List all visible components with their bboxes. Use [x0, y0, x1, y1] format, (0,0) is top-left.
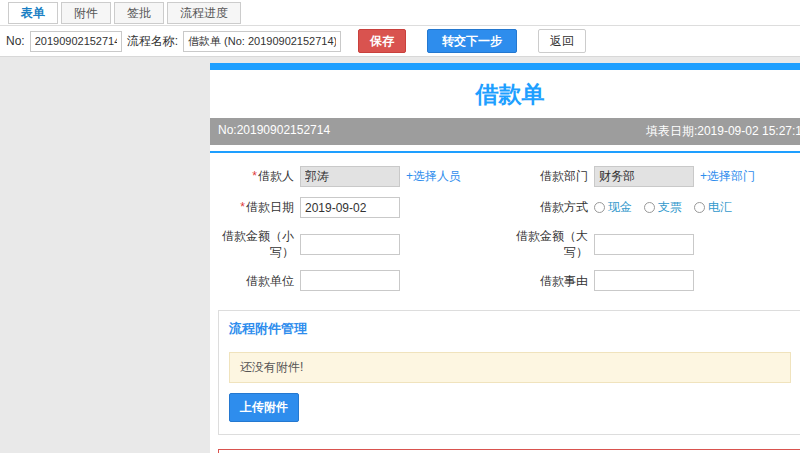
no-input[interactable]	[30, 31, 122, 52]
form-fields: *借款人 +选择人员 借款部门 +选择部门 *借款日期	[210, 153, 800, 306]
form-row: 借款金额（小写） 借款金额（大写）	[216, 223, 800, 265]
form-row: *借款人 +选择人员 借款部门 +选择部门	[216, 161, 800, 192]
meta-bar: No:20190902152714 填表日期:2019-09-02 15:27:…	[210, 118, 800, 145]
back-button[interactable]: 返回	[538, 29, 586, 53]
amount-small-input[interactable]	[300, 234, 400, 255]
select-dept-link[interactable]: +选择部门	[700, 168, 755, 185]
form-row: 借款单位 借款事由	[216, 265, 800, 296]
borrower-label: *借款人	[216, 168, 300, 184]
no-attachments-message: 还没有附件!	[229, 352, 791, 383]
unit-input[interactable]	[300, 270, 400, 291]
amount-small-label: 借款金额（小写）	[216, 228, 300, 260]
app: 表单 附件 签批 流程进度 No: 流程名称: 保存 转交下一步 返回 借款单 …	[0, 0, 800, 453]
approval-section: 流程签批意见 B I abc ✎ ⚓ ⚑ 1≡ •≡ ⇤ ⇥	[218, 449, 800, 453]
unit-field: 借款单位	[216, 265, 510, 296]
save-button[interactable]: 保存	[358, 29, 406, 53]
select-person-link[interactable]: +选择人员	[406, 168, 461, 185]
tab-bar: 表单 附件 签批 流程进度	[0, 0, 800, 26]
tab-progress[interactable]: 流程进度	[167, 2, 241, 24]
upload-attachment-button[interactable]: 上传附件	[229, 393, 299, 422]
amount-big-input[interactable]	[594, 234, 694, 255]
unit-label: 借款单位	[216, 273, 300, 289]
radio-icon	[644, 202, 655, 213]
page-title: 借款单	[210, 70, 800, 118]
next-step-button[interactable]: 转交下一步	[427, 29, 517, 53]
form-row: *借款日期 借款方式 现金 支票 电汇	[216, 192, 800, 223]
date-label: *借款日期	[216, 199, 300, 215]
radio-icon	[694, 202, 705, 213]
date-input[interactable]	[300, 197, 400, 218]
dept-field: 借款部门 +选择部门	[510, 161, 800, 192]
toolbar: No: 流程名称: 保存 转交下一步 返回	[0, 26, 800, 57]
loan-form-panel: 借款单 No:20190902152714 填表日期:2019-09-02 15…	[210, 63, 800, 453]
amount-big-label: 借款金额（大写）	[510, 228, 594, 260]
required-mark: *	[252, 169, 257, 183]
fill-date: 填表日期:2019-09-02 15:27:1	[646, 123, 800, 140]
content-area: 借款单 No:20190902152714 填表日期:2019-09-02 15…	[0, 57, 800, 453]
tab-form[interactable]: 表单	[8, 2, 58, 24]
tab-attachments[interactable]: 附件	[61, 2, 111, 24]
reason-field: 借款事由	[510, 265, 800, 296]
form-number: No:20190902152714	[218, 123, 330, 140]
required-mark: *	[240, 200, 245, 214]
panel-top-accent	[210, 63, 800, 70]
radio-wire[interactable]: 电汇	[694, 199, 732, 216]
process-name-label: 流程名称:	[127, 33, 178, 50]
radio-cheque[interactable]: 支票	[644, 199, 682, 216]
radio-cash[interactable]: 现金	[594, 199, 632, 216]
method-field: 借款方式 现金 支票 电汇	[510, 192, 800, 223]
amount-big-field: 借款金额（大写）	[510, 223, 800, 265]
tab-approval[interactable]: 签批	[114, 2, 164, 24]
reason-input[interactable]	[594, 270, 694, 291]
method-radio-group: 现金 支票 电汇	[594, 199, 732, 216]
no-label: No:	[6, 34, 25, 48]
dept-label: 借款部门	[510, 168, 594, 184]
reason-label: 借款事由	[510, 273, 594, 289]
attachments-section: 流程附件管理 还没有附件! 上传附件	[218, 310, 800, 435]
borrower-input[interactable]	[300, 166, 400, 187]
method-label: 借款方式	[510, 199, 594, 215]
radio-icon	[594, 202, 605, 213]
date-field: *借款日期	[216, 192, 510, 223]
attachments-heading: 流程附件管理	[219, 311, 800, 346]
amount-small-field: 借款金额（小写）	[216, 223, 510, 265]
dept-input[interactable]	[594, 166, 694, 187]
borrower-field: *借款人 +选择人员	[216, 161, 510, 192]
process-name-input[interactable]	[183, 31, 341, 52]
